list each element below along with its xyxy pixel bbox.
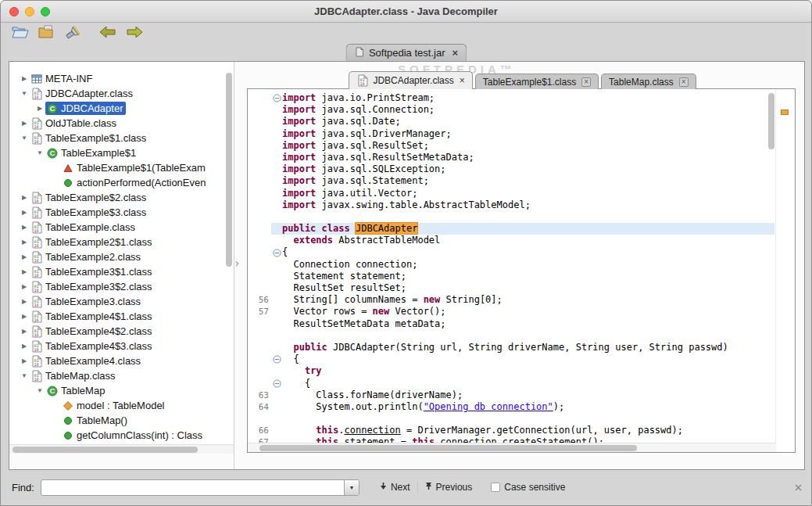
tree-item-content[interactable]: actionPerformed(ActionEven: [61, 176, 209, 189]
tree-collapsed-arrow-icon[interactable]: ▶: [19, 268, 30, 275]
tree-item-content[interactable]: 0110TableExample3.class: [30, 295, 144, 308]
tree-item-content[interactable]: CTableMap: [45, 384, 108, 397]
tree-item-content[interactable]: META-INF: [30, 72, 95, 85]
close-window-button[interactable]: [9, 7, 19, 16]
tree-item[interactable]: ▶0110TableExample4.class: [9, 353, 234, 368]
tree-item[interactable]: TableExample$1(TableExam: [9, 160, 234, 175]
tree-item[interactable]: ▶META-INF: [9, 71, 234, 86]
close-find-icon[interactable]: [794, 483, 803, 492]
tree-item-content[interactable]: 0110TableExample4.class: [30, 354, 144, 368]
tree-collapsed-arrow-icon[interactable]: ▶: [19, 343, 30, 350]
tree-collapsed-arrow-icon[interactable]: ▶: [19, 253, 30, 260]
tree-item[interactable]: ▼0110JDBCAdapter.class: [9, 86, 234, 101]
tab-close-icon[interactable]: ×: [581, 77, 591, 87]
search-button[interactable]: [63, 24, 84, 43]
tree-item[interactable]: ▶0110TableExample$2.class: [9, 190, 234, 205]
tree-collapsed-arrow-icon[interactable]: ▶: [19, 357, 30, 364]
tree-collapsed-arrow-icon[interactable]: ▶: [19, 239, 30, 246]
tree-item-content[interactable]: 0110TableExample$1.class: [30, 131, 149, 145]
tree-expanded-arrow-icon[interactable]: ▼: [19, 90, 30, 97]
editor-tab[interactable]: TableExample$1.class×: [475, 74, 599, 89]
tree-collapsed-arrow-icon[interactable]: ▶: [19, 313, 30, 320]
find-next-button[interactable]: Next: [380, 482, 410, 493]
editor-tab[interactable]: 0110JDBCAdapter.class×: [349, 71, 472, 89]
tree-item-content[interactable]: 0110TableExample2$1.class: [30, 235, 156, 249]
tree-item-content[interactable]: TableExample$1(TableExam: [61, 161, 209, 174]
tree-item-content[interactable]: 0110TableExample4$1.class: [30, 310, 156, 323]
tree-expanded-arrow-icon[interactable]: ▼: [34, 387, 45, 394]
tree-item[interactable]: ▶0110TableExample3$2.class: [9, 279, 234, 294]
collapse-pane-icon[interactable]: ›: [235, 257, 239, 268]
scrollbar-thumb[interactable]: [226, 73, 232, 267]
tree-item-content[interactable]: 0110TableExample4$2.class: [30, 325, 156, 338]
forward-button[interactable]: [124, 24, 145, 43]
tree-item[interactable]: ▶0110TableExample4$2.class: [9, 324, 234, 339]
code-vertical-scrollbar[interactable]: [768, 93, 774, 437]
minimize-window-button[interactable]: [25, 7, 34, 16]
open-file-button[interactable]: [10, 24, 30, 43]
tree-item[interactable]: ▶0110TableExample2$1.class: [9, 235, 234, 249]
tree-collapsed-arrow-icon[interactable]: ▶: [19, 224, 30, 231]
tree-item-content[interactable]: model : TableModel: [61, 399, 168, 412]
scrollbar-thumb[interactable]: [13, 447, 198, 453]
tree-item-content[interactable]: TableMap(): [61, 414, 131, 427]
tree-expanded-arrow-icon[interactable]: ▼: [19, 372, 30, 379]
tree-item[interactable]: ▼CTableMap: [9, 383, 234, 398]
tree-item[interactable]: actionPerformed(ActionEven: [9, 175, 234, 190]
tree-vertical-scrollbar[interactable]: [226, 73, 232, 453]
fold-marker-icon[interactable]: [271, 378, 282, 389]
tab-close-icon[interactable]: ×: [460, 76, 465, 85]
zoom-window-button[interactable]: [41, 7, 50, 16]
find-input[interactable]: [41, 480, 344, 495]
tree-item[interactable]: ▼0110TableMap.class: [9, 368, 234, 383]
editor-tab[interactable]: TableMap.class×: [601, 74, 696, 89]
fold-marker-icon[interactable]: [271, 353, 282, 365]
find-dropdown-button[interactable]: ▼: [344, 480, 359, 495]
tree-item-content[interactable]: CTableExample$1: [45, 146, 139, 160]
tree-collapsed-arrow-icon[interactable]: ▶: [19, 209, 30, 216]
tree-item-content[interactable]: CJDBCAdapter: [45, 102, 126, 115]
scrollbar-thumb[interactable]: [259, 445, 637, 451]
tree-item-content[interactable]: 0110TableExample$2.class: [30, 191, 149, 204]
tree-item[interactable]: getColumnClass(int) : Class: [9, 428, 234, 443]
tree-item[interactable]: ▶0110TableExample2.class: [9, 249, 234, 264]
code-horizontal-scrollbar[interactable]: [248, 443, 776, 452]
tree-item-content[interactable]: getColumnClass(int) : Class: [61, 429, 206, 442]
tree-collapsed-arrow-icon[interactable]: ▶: [19, 298, 30, 305]
tree-item[interactable]: ▶0110TableExample3$1.class: [9, 264, 234, 279]
tree-collapsed-arrow-icon[interactable]: ▶: [34, 105, 45, 112]
jar-tab[interactable]: Softpedia test.jar ×: [345, 44, 467, 61]
code-editor[interactable]: import java.io.PrintStream;import java.s…: [247, 88, 796, 453]
tree-item[interactable]: ▼CTableExample$1: [9, 145, 234, 160]
fold-marker-icon[interactable]: [271, 246, 282, 258]
tree-item-content[interactable]: 0110TableMap.class: [30, 369, 119, 382]
tree-expanded-arrow-icon[interactable]: ▼: [19, 135, 30, 142]
tree-collapsed-arrow-icon[interactable]: ▶: [19, 283, 30, 290]
tree-expanded-arrow-icon[interactable]: ▼: [34, 149, 45, 156]
pane-divider[interactable]: [234, 62, 234, 469]
tree-item[interactable]: TableMap(): [9, 413, 234, 428]
tree-item[interactable]: ▶0110OldJTable.class: [9, 116, 234, 131]
tree-item-content[interactable]: 0110TableExample4$3.class: [30, 339, 156, 353]
tree-item[interactable]: model : TableModel: [9, 398, 234, 413]
tree-item[interactable]: ▶0110TableExample4$1.class: [9, 309, 234, 324]
fold-marker-icon[interactable]: [271, 92, 282, 104]
tree-collapsed-arrow-icon[interactable]: ▶: [19, 194, 30, 201]
tree-item-content[interactable]: 0110JDBCAdapter.class: [30, 87, 136, 100]
tab-close-icon[interactable]: ×: [679, 77, 689, 87]
jar-tab-close-icon[interactable]: ×: [452, 47, 458, 59]
tree-item-content[interactable]: 0110OldJTable.class: [30, 117, 120, 130]
tree-collapsed-arrow-icon[interactable]: ▶: [19, 120, 30, 127]
tree-item-content[interactable]: 0110TableExample.class: [30, 221, 138, 234]
scrollbar-thumb[interactable]: [768, 93, 774, 149]
tree-item[interactable]: ▶0110TableExample4$3.class: [9, 339, 234, 353]
find-previous-button[interactable]: Previous: [425, 482, 473, 493]
case-sensitive-option[interactable]: Case sensitive: [491, 482, 565, 493]
tree-item-content[interactable]: 0110TableExample3$2.class: [30, 280, 156, 293]
open-type-button[interactable]: [37, 24, 57, 43]
tree-item[interactable]: ▶0110TableExample.class: [9, 220, 234, 235]
tree-item[interactable]: ▶CJDBCAdapter: [9, 101, 234, 116]
tree-item[interactable]: ▼0110TableExample$1.class: [9, 131, 234, 145]
tree-collapsed-arrow-icon[interactable]: ▶: [19, 75, 30, 82]
tree-item[interactable]: ▶0110TableExample3.class: [9, 294, 234, 309]
